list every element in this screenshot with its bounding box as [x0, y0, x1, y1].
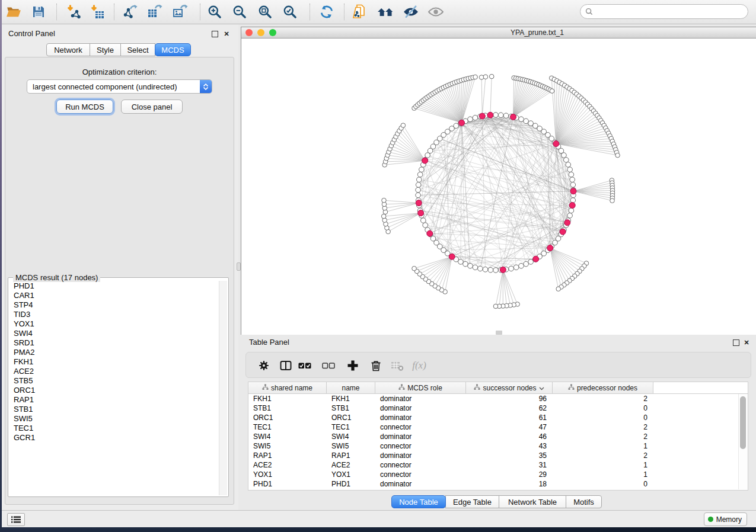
export-table-button[interactable] [145, 2, 165, 22]
mcds-list-scrollbar[interactable] [219, 281, 227, 495]
mcds-result-item[interactable]: RAP1 [9, 395, 219, 405]
table-row[interactable]: STB1STB1dominator620 [248, 403, 748, 413]
split-pane-grip[interactable] [237, 262, 241, 271]
hide-selected-button[interactable] [401, 2, 421, 22]
table-row[interactable]: FKH1FKH1dominator962 [248, 394, 748, 403]
mcds-result-item[interactable]: YOX1 [9, 319, 219, 329]
table-cell: 0 [553, 480, 653, 488]
refresh-button[interactable] [317, 2, 337, 22]
toolbar-separator [344, 4, 344, 20]
mcds-result-item[interactable]: STP4 [9, 300, 219, 310]
table-row[interactable]: ACE2ACE2connector311 [248, 460, 748, 470]
save-session-button[interactable] [28, 2, 49, 22]
tab-select[interactable]: Select [120, 43, 155, 56]
float-table-panel-button[interactable] [732, 338, 740, 347]
table-cell: connector [375, 461, 466, 469]
function-builder-button[interactable]: f(x) [410, 357, 428, 374]
split-view-button[interactable] [277, 357, 295, 374]
mcds-result-item[interactable]: ORC1 [9, 386, 219, 395]
save-icon [31, 5, 46, 19]
mcds-result-item[interactable]: TID3 [9, 310, 219, 319]
mcds-result-item[interactable]: STB5 [9, 376, 219, 386]
tab-node-table[interactable]: Node Table [391, 495, 446, 508]
table-row[interactable]: SWI5SWI5connector431 [248, 441, 748, 451]
table-row[interactable]: YOX1YOX1connector291 [248, 470, 748, 479]
delete-table-button[interactable] [388, 357, 406, 374]
window-minimize-button[interactable] [257, 29, 264, 36]
export-image-button[interactable] [170, 2, 190, 22]
zoom-in-button[interactable] [205, 2, 225, 22]
mcds-result-item[interactable]: GCR1 [9, 433, 219, 443]
table-cell: YOX1 [248, 470, 327, 479]
table-row[interactable]: PHD1PHD1dominator180 [248, 479, 748, 489]
column-header-MCDS-role[interactable]: MCDS role [375, 382, 466, 393]
memory-button[interactable]: Memory [704, 512, 747, 526]
table-cell: 43 [466, 442, 553, 450]
export-network-icon [123, 4, 138, 20]
table-cell: FKH1 [327, 395, 375, 403]
delete-column-button[interactable] [367, 357, 385, 374]
table-settings-button[interactable] [255, 357, 273, 374]
close-panel-button[interactable]: ✕ [222, 30, 231, 38]
float-panel-button[interactable] [210, 30, 219, 38]
search-field[interactable] [580, 4, 748, 19]
table-scrollbar[interactable] [738, 394, 748, 489]
run-mcds-button[interactable]: Run MCDS [56, 100, 113, 114]
tab-motifs[interactable]: Motifs [566, 495, 602, 508]
tab-style[interactable]: Style [90, 43, 121, 56]
table-cell: SWI5 [248, 442, 327, 450]
mcds-result-item[interactable]: CAR1 [9, 291, 219, 300]
zoom-out-button[interactable] [229, 2, 250, 22]
mcds-result-item[interactable]: STB1 [9, 405, 219, 414]
mcds-result-item[interactable]: ACE2 [9, 367, 219, 376]
tab-mcds[interactable]: MCDS [155, 43, 191, 56]
mcds-result-item[interactable]: SRD1 [9, 338, 219, 348]
close-panel-action-button[interactable]: Close panel [121, 100, 183, 114]
mcds-result-item[interactable]: PHD1 [9, 281, 219, 291]
task-history-button[interactable] [7, 513, 25, 526]
column-header-shared-name[interactable]: shared name [248, 382, 327, 393]
mcds-result-item[interactable]: FKH1 [9, 357, 219, 367]
select-all-button[interactable] [296, 357, 314, 374]
table-row[interactable]: SWI4SWI4dominator462 [248, 432, 748, 441]
table-row[interactable]: TEC1TEC1connector472 [248, 422, 748, 432]
mcds-result-item[interactable]: SWI4 [9, 329, 219, 338]
network-window-titlebar[interactable]: YPA_prune.txt_1 [241, 27, 756, 39]
zoom-fit-button[interactable] [255, 2, 275, 22]
open-file-button[interactable] [4, 2, 24, 22]
tab-edge-table[interactable]: Edge Table [445, 495, 499, 508]
window-close-button[interactable] [245, 29, 253, 36]
mcds-result-item[interactable]: TEC1 [9, 424, 219, 433]
tab-network-table[interactable]: Network Table [499, 495, 566, 508]
window-maximize-button[interactable] [269, 29, 276, 36]
unselect-all-button[interactable] [320, 357, 337, 374]
import-network-button[interactable] [63, 2, 84, 22]
first-neighbors-button[interactable] [375, 2, 395, 22]
search-input[interactable] [595, 7, 748, 17]
table-cell: 96 [466, 395, 553, 403]
close-table-panel-button[interactable]: ✕ [742, 338, 751, 347]
mcds-result-item[interactable]: PMA2 [9, 348, 219, 357]
import-table-button[interactable] [87, 2, 107, 22]
mcds-result-item[interactable]: SWI5 [9, 414, 219, 424]
table-scrollbar-thumb[interactable] [740, 396, 746, 449]
canvas-splitter-grip[interactable] [496, 331, 502, 335]
zoom-selected-button[interactable] [280, 2, 300, 22]
show-all-button[interactable] [426, 2, 446, 22]
network-graph[interactable] [241, 39, 756, 335]
table-row[interactable]: ORC1ORC1dominator610 [248, 413, 748, 422]
tab-network[interactable]: Network [46, 43, 90, 56]
network-from-selection-button[interactable] [350, 2, 371, 22]
optimization-criterion-select[interactable]: largest connected component (undirected) [27, 79, 212, 94]
mcds-tab-content: Optimization criterion: largest connecte… [5, 57, 234, 505]
column-header-name[interactable]: name [327, 382, 375, 393]
column-header-predecessor-nodes[interactable]: predecessor nodes [553, 382, 653, 393]
table-cell: SWI4 [327, 432, 375, 441]
float-icon [733, 339, 739, 346]
search-icon [585, 8, 593, 15]
add-column-button[interactable] [344, 357, 362, 374]
table-row[interactable]: RAP1RAP1dominator352 [248, 451, 748, 460]
network-canvas[interactable] [241, 39, 756, 335]
column-header-successor-nodes[interactable]: successor nodes [466, 382, 553, 393]
export-network-button[interactable] [120, 2, 141, 22]
